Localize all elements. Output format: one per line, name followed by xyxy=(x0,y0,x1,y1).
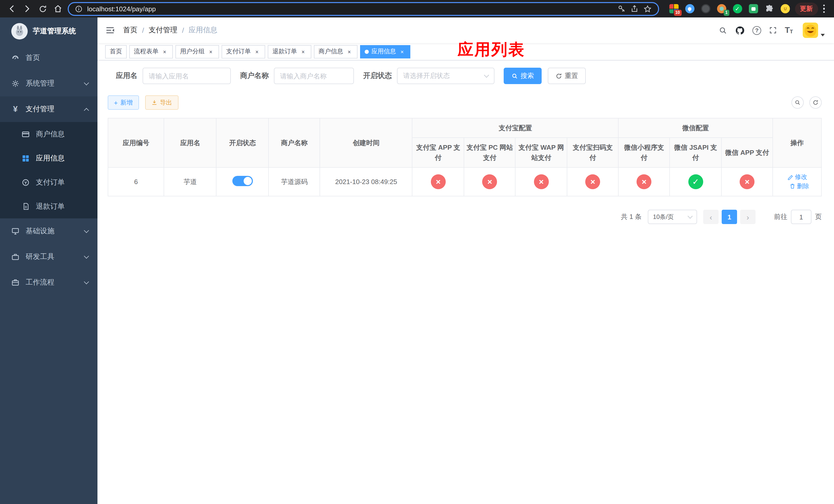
app-name-input[interactable] xyxy=(142,68,231,84)
extension-dark-circle-icon[interactable] xyxy=(701,4,710,13)
tab-refund-order[interactable]: 退款订单× xyxy=(268,45,311,58)
browser-forward-button[interactable] xyxy=(20,1,35,17)
payment-submenu: 商户信息 应用信息 支付订单 xyxy=(0,122,97,219)
sidebar-item-system[interactable]: 系统管理 xyxy=(0,71,97,96)
user-menu[interactable] xyxy=(803,23,825,38)
goto-label: 前往 xyxy=(774,212,787,222)
credit-card-icon xyxy=(21,130,31,138)
order-circle-icon xyxy=(21,178,31,186)
search-icon[interactable] xyxy=(719,26,727,35)
extension-check-icon[interactable]: ✓ xyxy=(733,4,742,13)
plus-icon: + xyxy=(114,99,118,107)
add-button[interactable]: + 新增 xyxy=(108,95,139,110)
content-area: 应用名 商户名称 开启状态 请选择开启状态 搜索 xyxy=(97,61,834,504)
refresh-table-button[interactable] xyxy=(809,96,822,109)
col-alipay-wap: 支付宝 WAP 网站支付 xyxy=(515,138,567,167)
monitor-icon xyxy=(10,227,21,235)
browser-update-button[interactable]: 更新 xyxy=(795,2,818,15)
fullscreen-icon[interactable] xyxy=(769,26,777,35)
tab-user-group[interactable]: 用户分组× xyxy=(175,45,219,58)
url-text: localhost:1024/pay/app xyxy=(87,5,156,13)
status-alipay-pc-icon: × xyxy=(482,174,497,189)
tab-close-icon[interactable]: × xyxy=(398,48,406,55)
sidebar-item-payment[interactable]: ¥ 支付管理 xyxy=(0,96,97,122)
status-select[interactable]: 请选择开启状态 xyxy=(397,68,495,84)
col-app-id: 应用编号 xyxy=(108,118,164,167)
chevron-down-icon xyxy=(84,254,89,259)
tab-process-form[interactable]: 流程表单× xyxy=(129,45,173,58)
extension-grid-icon[interactable]: 10 xyxy=(669,4,678,13)
goto-page-input[interactable] xyxy=(791,210,811,224)
col-wx-jsapi: 微信 JSAPI 支付 xyxy=(670,138,721,167)
cell-app-name: 芋道 xyxy=(164,167,216,196)
extension-puzzle-icon[interactable] xyxy=(765,4,774,13)
edit-link[interactable]: 修改 xyxy=(787,173,807,182)
app-title: 芋道管理系统 xyxy=(33,27,76,36)
prev-page-button[interactable]: ‹ xyxy=(703,210,719,224)
tab-app-info[interactable]: 应用信息× xyxy=(360,45,410,58)
sidebar-toggle-button[interactable] xyxy=(97,18,123,43)
chevron-down-icon xyxy=(84,279,89,284)
search-button[interactable]: 搜索 xyxy=(504,68,542,84)
enabled-toggle[interactable] xyxy=(232,176,253,186)
sidebar-subitem-merchant-info[interactable]: 商户信息 xyxy=(0,122,97,146)
chevron-down-icon xyxy=(484,72,489,78)
extension-avatar-icon[interactable]: 1 xyxy=(717,4,726,13)
chevron-down-icon xyxy=(687,213,693,219)
bookmark-star-icon[interactable] xyxy=(643,4,652,13)
page-1-button[interactable]: 1 xyxy=(722,210,737,224)
reset-button[interactable]: 重置 xyxy=(548,68,586,84)
hamburger-icon xyxy=(105,25,115,36)
page: localhost:1024/pay/app 10 xyxy=(0,0,834,504)
tab-close-icon[interactable]: × xyxy=(161,48,168,55)
help-icon[interactable]: ? xyxy=(752,26,761,35)
sidebar: 芋道管理系统 首页 系统管理 ¥ 支付管理 xyxy=(0,18,97,504)
search-icon xyxy=(511,72,518,79)
col-alipay-qr: 支付宝扫码支付 xyxy=(567,138,619,167)
sidebar-item-infra[interactable]: 基础设施 xyxy=(0,219,97,244)
toolbox-icon xyxy=(10,253,21,261)
export-button[interactable]: 导出 xyxy=(145,95,178,110)
tab-close-icon[interactable]: × xyxy=(300,48,307,55)
tab-close-icon[interactable]: × xyxy=(207,48,214,55)
next-page-button[interactable]: › xyxy=(740,210,755,224)
app-logo[interactable]: 芋道管理系统 xyxy=(0,18,97,45)
font-size-icon[interactable]: TT xyxy=(785,26,793,35)
extension-drop-icon[interactable] xyxy=(685,4,694,13)
password-key-icon[interactable] xyxy=(617,5,626,13)
browser-home-button[interactable] xyxy=(50,1,66,17)
sidebar-item-devtools[interactable]: 研发工具 xyxy=(0,244,97,270)
breadcrumb-section[interactable]: 支付管理 xyxy=(149,26,177,35)
tab-close-icon[interactable]: × xyxy=(254,48,261,55)
extension-chat-icon[interactable] xyxy=(749,4,758,13)
tab-pay-order[interactable]: 支付订单× xyxy=(222,45,265,58)
browser-refresh-button[interactable] xyxy=(35,1,50,17)
toggle-search-button[interactable] xyxy=(791,96,804,109)
sidebar-subitem-pay-order[interactable]: 支付订单 xyxy=(0,170,97,194)
extension-badge: 10 xyxy=(674,10,681,16)
github-icon[interactable] xyxy=(735,25,745,35)
user-avatar[interactable] xyxy=(803,23,818,38)
breadcrumb-home[interactable]: 首页 xyxy=(123,26,137,35)
extension-emoji-icon[interactable] xyxy=(781,4,790,13)
cell-status xyxy=(216,167,269,196)
extensions-area: 10 1 ✓ xyxy=(669,4,790,13)
tab-merchant-info[interactable]: 商户信息× xyxy=(314,45,357,58)
sidebar-subitem-app-info[interactable]: 应用信息 xyxy=(0,146,97,170)
share-icon[interactable] xyxy=(630,5,638,13)
site-info-icon[interactable] xyxy=(75,5,83,13)
address-bar[interactable]: localhost:1024/pay/app xyxy=(68,2,659,16)
col-merchant: 商户名称 xyxy=(269,118,320,167)
tab-home[interactable]: 首页 xyxy=(105,45,127,58)
sidebar-subitem-refund-order[interactable]: 退款订单 xyxy=(0,194,97,219)
delete-link[interactable]: 删除 xyxy=(789,182,809,190)
page-size-select[interactable]: 10条/页 xyxy=(648,210,697,224)
document-icon xyxy=(21,203,31,210)
cell-actions: 修改 删除 xyxy=(773,167,821,196)
sidebar-item-home[interactable]: 首页 xyxy=(0,45,97,71)
browser-back-button[interactable] xyxy=(4,1,20,17)
tab-close-icon[interactable]: × xyxy=(346,48,353,55)
merchant-name-input[interactable] xyxy=(274,68,354,84)
sidebar-item-workflow[interactable]: 工作流程 xyxy=(0,270,97,295)
browser-menu-button[interactable] xyxy=(818,5,830,13)
